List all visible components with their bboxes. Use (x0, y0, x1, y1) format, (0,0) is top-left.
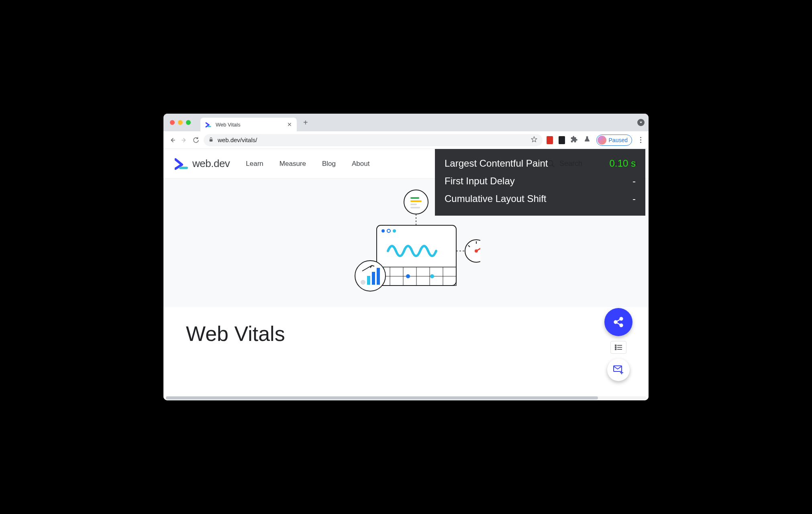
vitals-value: - (632, 193, 636, 204)
vitals-label: First Input Delay (445, 175, 515, 187)
svg-point-35 (614, 321, 617, 324)
site-nav: Learn Measure Blog About (246, 160, 369, 168)
vitals-value: 0.10 s (610, 158, 636, 169)
svg-line-38 (617, 323, 620, 325)
svg-point-41 (615, 347, 616, 348)
svg-rect-33 (377, 268, 380, 285)
tab-title: Web Vitals (216, 122, 241, 128)
extension-icons: Paused (547, 135, 644, 146)
svg-point-23 (465, 240, 480, 262)
vitals-row-fid: First Input Delay - (445, 172, 636, 190)
page-title: Web Vitals (163, 307, 649, 346)
new-tab-button[interactable]: + (301, 116, 310, 129)
svg-point-39 (615, 345, 616, 346)
nav-measure[interactable]: Measure (280, 160, 306, 168)
maximize-window-button[interactable] (186, 120, 191, 125)
mail-plus-icon (613, 365, 624, 374)
svg-rect-6 (410, 207, 420, 208)
browser-toolbar: web.dev/vitals/ Paused (163, 131, 649, 149)
svg-point-11 (393, 229, 396, 233)
svg-rect-32 (372, 272, 375, 285)
extension-icon-2[interactable] (559, 136, 565, 144)
vitals-row-lcp: Largest Contentful Paint 0.10 s (445, 155, 636, 172)
close-tab-icon[interactable]: ✕ (287, 121, 292, 128)
window-controls (170, 120, 191, 125)
vitals-label: Cumulative Layout Shift (445, 193, 546, 204)
svg-point-34 (620, 317, 623, 320)
svg-rect-5 (410, 204, 417, 205)
svg-point-19 (406, 274, 410, 278)
labs-icon[interactable] (583, 136, 591, 145)
avatar-icon (598, 136, 606, 145)
web-vitals-overlay: Largest Contentful Paint 0.10 s First In… (435, 149, 645, 216)
vitals-value: - (632, 175, 636, 187)
svg-point-30 (361, 280, 365, 285)
profile-status: Paused (609, 137, 628, 143)
vitals-label: Largest Contentful Paint (445, 158, 548, 169)
scrollbar-thumb[interactable] (166, 396, 598, 400)
tab-search-button[interactable] (637, 119, 645, 126)
svg-rect-4 (410, 200, 422, 202)
back-button[interactable] (168, 136, 176, 144)
nav-learn[interactable]: Learn (246, 160, 263, 168)
svg-point-9 (382, 229, 385, 233)
share-icon (613, 316, 624, 328)
svg-rect-0 (210, 139, 213, 141)
svg-point-36 (620, 324, 623, 327)
svg-point-43 (615, 349, 616, 350)
close-window-button[interactable] (170, 120, 175, 125)
extensions-menu-icon[interactable] (571, 136, 578, 145)
list-icon (615, 345, 622, 350)
svg-rect-3 (410, 197, 419, 199)
vitals-row-cls: Cumulative Layout Shift - (445, 190, 636, 208)
site-logo[interactable]: web.dev (175, 157, 230, 170)
nav-blog[interactable]: Blog (322, 160, 336, 168)
svg-rect-31 (367, 276, 370, 285)
lock-icon (208, 137, 214, 143)
page-viewport: web.dev Learn Measure Blog About Search … (163, 149, 649, 400)
site-brand-text: web.dev (192, 157, 230, 170)
profile-button[interactable]: Paused (596, 135, 632, 146)
share-fab[interactable] (604, 308, 632, 336)
url-text: web.dev/vitals/ (218, 137, 257, 143)
svg-point-20 (430, 274, 434, 278)
reload-button[interactable] (192, 137, 200, 144)
horizontal-scrollbar[interactable] (166, 396, 646, 400)
extension-icon-1[interactable] (547, 136, 553, 144)
tab-strip: Web Vitals ✕ + (163, 114, 649, 131)
browser-menu-button[interactable] (638, 137, 644, 143)
browser-tab[interactable]: Web Vitals ✕ (200, 118, 297, 131)
address-bar[interactable]: web.dev/vitals/ (204, 134, 543, 146)
bookmark-star-icon[interactable] (530, 136, 538, 144)
tab-favicon (205, 121, 212, 128)
subscribe-fab[interactable] (607, 359, 630, 381)
toc-button[interactable] (610, 341, 626, 354)
browser-window: Web Vitals ✕ + web.dev/vitals/ (163, 114, 649, 400)
svg-line-37 (617, 320, 620, 322)
minimize-window-button[interactable] (178, 120, 183, 125)
nav-about[interactable]: About (352, 160, 369, 168)
fab-stack (604, 308, 632, 381)
forward-button[interactable] (180, 136, 188, 144)
